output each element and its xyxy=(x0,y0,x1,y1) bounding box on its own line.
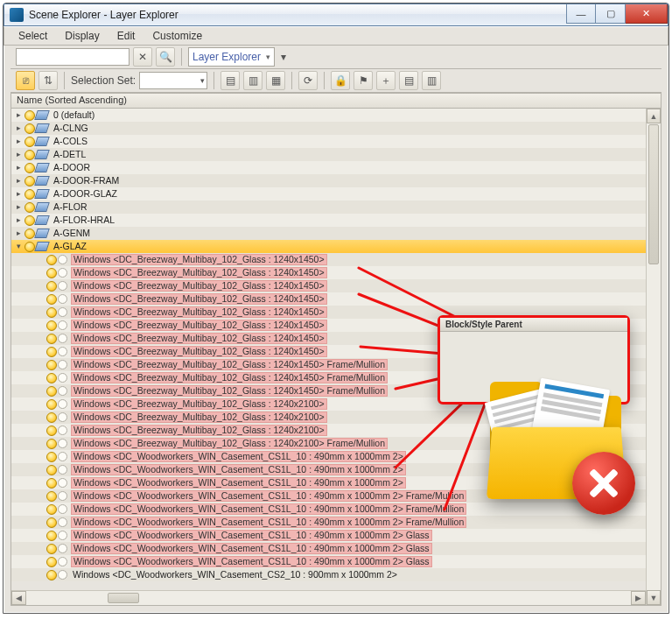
lightbulb-icon[interactable] xyxy=(46,478,57,489)
scroll-thumb-h[interactable] xyxy=(108,593,139,603)
lightbulb-icon[interactable] xyxy=(46,281,57,292)
object-row[interactable]: Windows <DC_Woodworkers_WIN_Casement_CS2… xyxy=(11,568,661,581)
lightbulb-icon[interactable] xyxy=(46,268,57,278)
tool-icon-2[interactable]: ⇅ xyxy=(38,71,58,90)
layer-row[interactable]: ▸A-CLNG xyxy=(11,122,661,135)
layer-row[interactable]: ▸A-GENM xyxy=(11,227,661,240)
object-row[interactable]: Windows <DC_Woodworkers_WIN_Casement_CS1… xyxy=(11,476,661,489)
lightbulb-icon[interactable] xyxy=(46,255,57,265)
object-row[interactable]: Windows <DC_Breezway_Multibay_102_Glass … xyxy=(11,253,661,266)
select-layer-icon[interactable]: ▦ xyxy=(266,71,285,90)
lightbulb-icon[interactable] xyxy=(24,137,35,147)
scroll-down-icon[interactable]: ▼ xyxy=(647,590,661,605)
column-header-name[interactable]: Name (Sorted Ascending) xyxy=(10,93,662,109)
lightbulb-icon[interactable] xyxy=(46,360,57,370)
lightbulb-icon[interactable] xyxy=(24,229,35,239)
object-row[interactable]: Windows <DC_Breezway_Multibay_102_Glass … xyxy=(11,358,661,371)
expander-icon[interactable]: ▸ xyxy=(15,190,23,198)
scroll-left-icon[interactable]: ◀ xyxy=(11,591,26,605)
close-button[interactable]: ✕ xyxy=(626,4,668,24)
lightbulb-icon[interactable] xyxy=(46,439,57,449)
new-layer-icon[interactable]: ▤ xyxy=(220,71,240,90)
lightbulb-icon[interactable] xyxy=(46,334,57,344)
tool-icon-1[interactable]: ⎚ xyxy=(16,71,35,90)
object-row[interactable]: Windows <DC_Breezway_Multibay_102_Glass … xyxy=(11,411,661,424)
object-row[interactable]: Windows <DC_Breezway_Multibay_102_Glass … xyxy=(11,266,661,279)
object-row[interactable]: Windows <DC_Breezway_Multibay_102_Glass … xyxy=(11,292,661,306)
object-row[interactable]: Windows <DC_Woodworkers_WIN_Casement_CS1… xyxy=(11,542,661,555)
lightbulb-icon[interactable] xyxy=(46,347,57,357)
scroll-up-icon[interactable]: ▲ xyxy=(647,109,661,123)
object-row[interactable]: Windows <DC_Woodworkers_WIN_Casement_CS1… xyxy=(11,503,661,516)
object-row[interactable]: Windows <DC_Breezway_Multibay_102_Glass … xyxy=(11,371,661,384)
lightbulb-icon[interactable] xyxy=(46,504,57,515)
lightbulb-icon[interactable] xyxy=(46,491,57,502)
filter-input[interactable] xyxy=(16,48,130,66)
layer-row[interactable]: ▸A-DETL xyxy=(11,148,661,161)
horizontal-scrollbar[interactable]: ◀ ▶ xyxy=(11,590,646,605)
lightbulb-icon[interactable] xyxy=(46,320,57,331)
expander-icon[interactable]: ▸ xyxy=(15,111,23,119)
minimize-button[interactable]: — xyxy=(566,4,596,24)
menu-select[interactable]: Select xyxy=(10,27,56,45)
vertical-scrollbar[interactable]: ▲ ▼ xyxy=(646,109,661,605)
lightbulb-icon[interactable] xyxy=(24,242,35,252)
expander-icon[interactable]: ▸ xyxy=(15,151,23,158)
layer-row[interactable]: ▸A-DOOR-FRAM xyxy=(11,174,661,187)
lightbulb-icon[interactable] xyxy=(46,386,57,397)
object-row[interactable]: Windows <DC_Breezway_Multibay_102_Glass … xyxy=(11,345,661,358)
layer-row[interactable]: ▸0 (default) xyxy=(11,109,661,122)
layers2-icon[interactable]: ▥ xyxy=(422,71,441,90)
lock-icon[interactable]: 🔒 xyxy=(331,71,350,90)
lightbulb-icon[interactable] xyxy=(24,202,35,213)
lightbulb-icon[interactable] xyxy=(46,452,57,462)
selection-set-combo[interactable] xyxy=(139,72,207,89)
layer-row[interactable]: ▾A-GLAZ xyxy=(11,240,661,253)
props-icon[interactable]: ⚑ xyxy=(354,71,373,90)
lightbulb-icon[interactable] xyxy=(24,150,35,160)
object-row[interactable]: Windows <DC_Woodworkers_WIN_Casement_CS1… xyxy=(11,463,661,476)
lightbulb-icon[interactable] xyxy=(46,426,57,436)
lightbulb-icon[interactable] xyxy=(46,294,57,305)
scroll-thumb-v[interactable] xyxy=(648,124,659,264)
lightbulb-icon[interactable] xyxy=(46,307,57,318)
object-row[interactable]: Windows <DC_Breezway_Multibay_102_Glass … xyxy=(11,319,661,332)
expander-icon[interactable]: ▸ xyxy=(15,164,23,172)
combo-menu-icon[interactable]: ▾ xyxy=(278,47,289,67)
layer-row[interactable]: ▸A-FLOR-HRAL xyxy=(11,214,661,227)
lightbulb-icon[interactable] xyxy=(46,531,57,541)
menu-customize[interactable]: Customize xyxy=(144,27,211,45)
lightbulb-icon[interactable] xyxy=(24,176,35,186)
lightbulb-icon[interactable] xyxy=(46,570,57,580)
lightbulb-icon[interactable] xyxy=(24,189,35,200)
lightbulb-icon[interactable] xyxy=(46,544,57,554)
lightbulb-icon[interactable] xyxy=(46,399,57,410)
expander-icon[interactable]: ▾ xyxy=(15,243,23,250)
object-row[interactable]: Windows <DC_Woodworkers_WIN_Casement_CS1… xyxy=(11,529,661,542)
expander-icon[interactable]: ▸ xyxy=(15,137,23,145)
clear-filter-icon[interactable]: ✕ xyxy=(133,47,152,67)
object-row[interactable]: Windows <DC_Breezway_Multibay_102_Glass … xyxy=(11,424,661,437)
lightbulb-icon[interactable] xyxy=(24,123,35,134)
lightbulb-icon[interactable] xyxy=(46,373,57,383)
object-row[interactable]: Windows <DC_Breezway_Multibay_102_Glass … xyxy=(11,384,661,397)
menu-edit[interactable]: Edit xyxy=(108,27,144,45)
object-row[interactable]: Windows <DC_Breezway_Multibay_102_Glass … xyxy=(11,306,661,319)
lightbulb-icon[interactable] xyxy=(46,517,57,528)
object-row[interactable]: Windows <DC_Breezway_Multibay_102_Glass … xyxy=(11,437,661,450)
object-row[interactable]: Windows <DC_Breezway_Multibay_102_Glass … xyxy=(11,279,661,292)
object-row[interactable]: Windows <DC_Woodworkers_WIN_Casement_CS1… xyxy=(11,516,661,529)
layer-row[interactable]: ▸A-DOOR-GLAZ xyxy=(11,187,661,200)
lightbulb-icon[interactable] xyxy=(24,215,35,226)
object-row[interactable]: Windows <DC_Woodworkers_WIN_Casement_CS1… xyxy=(11,450,661,463)
search-icon[interactable]: 🔍 xyxy=(156,47,175,67)
object-row[interactable]: Windows <DC_Breezway_Multibay_102_Glass … xyxy=(11,397,661,411)
expander-icon[interactable]: ▸ xyxy=(15,203,23,211)
object-row[interactable]: Windows <DC_Woodworkers_WIN_Casement_CS1… xyxy=(11,555,661,568)
maximize-button[interactable]: ▢ xyxy=(596,4,626,24)
object-row[interactable]: Windows <DC_Woodworkers_WIN_Casement_CS1… xyxy=(11,489,661,503)
expander-icon[interactable]: ▸ xyxy=(15,216,23,224)
object-row[interactable]: Windows <DC_Breezway_Multibay_102_Glass … xyxy=(11,332,661,345)
titlebar[interactable]: Scene Explorer - Layer Explorer — ▢ ✕ xyxy=(4,4,668,26)
scroll-right-icon[interactable]: ▶ xyxy=(631,591,646,605)
